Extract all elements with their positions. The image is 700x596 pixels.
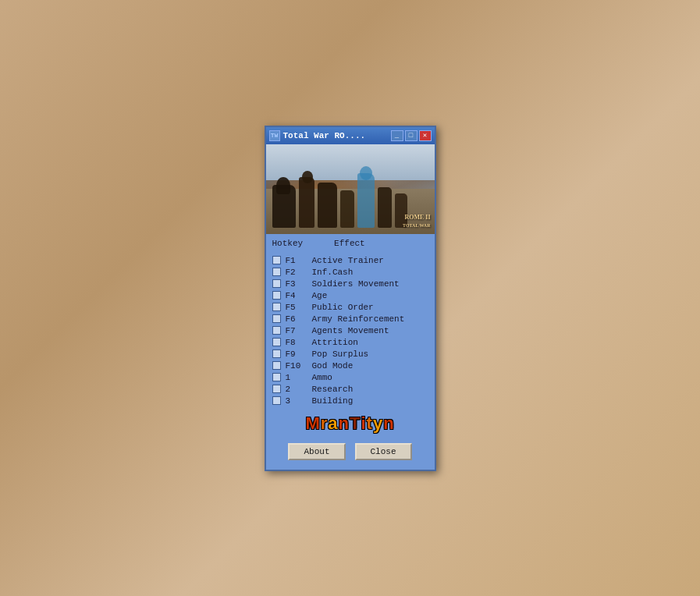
- hotkey-effect: God Mode: [312, 361, 354, 371]
- hotkey-row: F4Age: [272, 291, 428, 300]
- hotkey-effect: Agents Movement: [312, 326, 389, 335]
- hotkey-row: F9Pop Surplus: [272, 349, 428, 359]
- hotkey-row: F5Public Order: [272, 303, 428, 312]
- brand-letter: i: [361, 413, 366, 434]
- brand-letter: y: [373, 413, 383, 434]
- app-icon: TW: [269, 130, 280, 141]
- close-button[interactable]: Close: [355, 443, 412, 460]
- hotkey-col-header: Hotkey: [272, 239, 304, 248]
- hotkey-list: F1Active TrainerF2Inf.CashF3Soldiers Mov…: [272, 256, 428, 406]
- main-window: TW Total War RO.... _ □ ✕: [265, 126, 436, 471]
- hotkey-row: 2Research: [272, 385, 428, 394]
- hotkey-effect: Pop Surplus: [312, 349, 369, 359]
- hotkey-row: F7Agents Movement: [272, 326, 428, 335]
- checkbox-3[interactable]: [272, 396, 281, 405]
- window-title: Total War RO....: [283, 131, 388, 140]
- hotkey-key: F3: [286, 279, 307, 289]
- hotkey-row: F3Soldiers Movement: [272, 279, 428, 289]
- hotkey-effect: Active Trainer: [312, 256, 384, 265]
- hotkey-row: F10God Mode: [272, 361, 428, 371]
- checkbox-f2[interactable]: [272, 268, 281, 276]
- checkbox-f7[interactable]: [272, 326, 281, 335]
- checkbox-f6[interactable]: [272, 314, 281, 323]
- hotkey-effect: Soldiers Movement: [312, 279, 400, 289]
- hotkey-key: 1: [286, 373, 307, 382]
- hotkey-key: F8: [286, 338, 307, 347]
- game-banner: ROME IITOTAL WAR: [266, 144, 435, 234]
- checkbox-f9[interactable]: [272, 349, 281, 358]
- hotkey-key: F1: [286, 256, 307, 265]
- minimize-button[interactable]: _: [391, 130, 403, 141]
- column-headers: Hotkey Effect: [272, 239, 428, 250]
- hotkey-row: F2Inf.Cash: [272, 268, 428, 277]
- brand-letter: r: [321, 413, 329, 434]
- brand-letter: n: [383, 413, 394, 434]
- hotkey-effect: Building: [312, 396, 354, 406]
- brand-letter: T: [350, 413, 361, 434]
- hotkey-effect: Public Order: [312, 303, 374, 312]
- hotkey-effect: Research: [312, 385, 354, 394]
- bottom-buttons: About Close: [272, 440, 428, 465]
- trainer-content: Hotkey Effect F1Active TrainerF2Inf.Cash…: [266, 234, 435, 470]
- hotkey-effect: Age: [312, 291, 328, 300]
- hotkey-effect: Ammo: [312, 373, 332, 382]
- checkbox-f3[interactable]: [272, 279, 281, 288]
- hotkey-effect: Army Reinforcement: [312, 314, 405, 324]
- hotkey-key: F5: [286, 303, 307, 312]
- brand-logo: MranTityn: [272, 413, 428, 434]
- brand-letter: n: [339, 413, 350, 434]
- checkbox-f10[interactable]: [272, 361, 281, 370]
- hotkey-row: F1Active Trainer: [272, 256, 428, 265]
- checkbox-f1[interactable]: [272, 256, 281, 264]
- checkbox-f4[interactable]: [272, 291, 281, 300]
- hotkey-key: F7: [286, 326, 307, 335]
- checkbox-f8[interactable]: [272, 338, 281, 346]
- hotkey-key: F4: [286, 291, 307, 300]
- hotkey-key: F2: [286, 268, 307, 277]
- hotkey-key: F10: [286, 361, 307, 371]
- rome-logo: ROME IITOTAL WAR: [403, 214, 431, 230]
- hotkey-effect: Attrition: [312, 338, 358, 347]
- checkbox-f5[interactable]: [272, 303, 281, 311]
- hotkey-row: F6Army Reinforcement: [272, 314, 428, 324]
- hotkey-row: F8Attrition: [272, 338, 428, 347]
- window-close-button[interactable]: ✕: [419, 130, 432, 141]
- hotkey-key: F6: [286, 314, 307, 324]
- brand-letter: a: [328, 413, 338, 434]
- hotkey-effect: Inf.Cash: [312, 268, 354, 277]
- checkbox-1[interactable]: [272, 373, 281, 381]
- checkbox-2[interactable]: [272, 385, 281, 393]
- brand-letter: t: [367, 413, 373, 434]
- hotkey-key: F9: [286, 349, 307, 359]
- hotkey-row: 1Ammo: [272, 373, 428, 382]
- title-bar: TW Total War RO.... _ □ ✕: [266, 127, 435, 144]
- hotkey-row: 3Building: [272, 396, 428, 406]
- about-button[interactable]: About: [288, 443, 345, 460]
- hotkey-key: 3: [286, 396, 307, 406]
- effect-col-header: Effect: [334, 239, 365, 248]
- maximize-button[interactable]: □: [405, 130, 418, 141]
- brand-letter: M: [305, 413, 320, 434]
- hotkey-key: 2: [286, 385, 307, 394]
- window-controls: _ □ ✕: [391, 130, 432, 141]
